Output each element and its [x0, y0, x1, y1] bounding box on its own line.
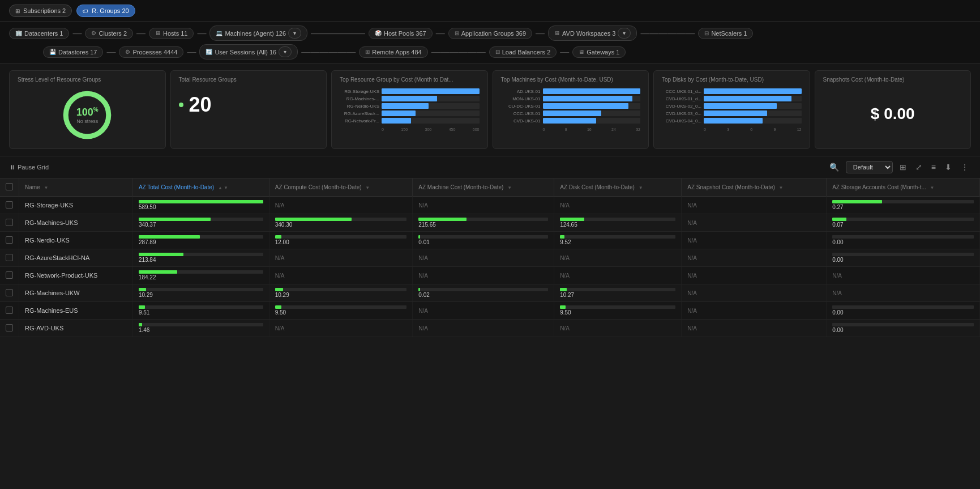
- bar-track: [418, 288, 548, 291]
- mini-bar-row: CU-DC-UKS-01: [501, 103, 641, 109]
- axis-label: 16: [587, 127, 592, 131]
- table-cell-value: 0.01: [413, 232, 554, 249]
- table-cell-na: N/A: [682, 284, 827, 302]
- mini-bar-fill: [704, 96, 791, 101]
- bar-in-cell: 1.46: [139, 323, 263, 333]
- row-checkbox[interactable]: [6, 289, 13, 296]
- select-all-checkbox[interactable]: [6, 183, 13, 190]
- row-checkbox[interactable]: [6, 254, 13, 261]
- bar-value-text: 0.00: [832, 327, 974, 333]
- th-compute-cost[interactable]: AZ Compute Cost (Month-to-Date) ▼: [269, 178, 413, 197]
- row-checkbox[interactable]: [6, 236, 13, 244]
- bar-in-cell: 213.84: [139, 253, 263, 263]
- row-checkbox[interactable]: [6, 324, 13, 331]
- th-disk-cost[interactable]: AZ Disk Cost (Month-to-Date) ▼: [554, 178, 682, 197]
- top-disks-axis: 036912: [662, 127, 802, 131]
- mini-bar-label: CVD-UKS-03_0...: [662, 111, 701, 116]
- bc-hosts[interactable]: 🖥 Hosts 11: [149, 28, 194, 39]
- mini-bar-track: [543, 88, 641, 94]
- snapshot-cost-card: Snapshots Cost (Month-to-Date) $ 0.00: [815, 70, 972, 149]
- usersessions-dropdown[interactable]: ▾: [279, 46, 292, 57]
- pause-grid-button[interactable]: ⏸ Pause Grid: [9, 164, 49, 171]
- table-cell-na: N/A: [413, 302, 554, 320]
- bc-usersessions[interactable]: 🔄 User Sessions (All) 16 ▾: [199, 44, 298, 59]
- rgroups-label: R. Groups 20: [92, 7, 129, 14]
- table-cell-na: N/A: [682, 320, 827, 337]
- download-button[interactable]: ⬇: [943, 161, 954, 173]
- bc-remoteapps[interactable]: ⊞ Remote Apps 484: [359, 46, 427, 58]
- machines-dropdown[interactable]: ▾: [288, 28, 301, 39]
- bar-fill: [275, 288, 283, 291]
- bar-in-cell: 9.50: [275, 305, 407, 316]
- mini-bar-row: MON-UKS-01: [501, 96, 641, 101]
- bc-appgroups[interactable]: ⊞ Application Groups 369: [448, 28, 532, 39]
- th-machine-cost[interactable]: AZ Machine Cost (Month-to-Date) ▼: [413, 178, 554, 197]
- bar-track: [139, 288, 263, 291]
- name-filter-icon: ▼: [44, 185, 48, 190]
- row-checkbox[interactable]: [6, 219, 13, 226]
- bc-processes[interactable]: ⚙ Processes 4444: [119, 46, 183, 58]
- view-select[interactable]: Default Custom Compact: [846, 161, 893, 173]
- bar-value-text: 213.84: [139, 257, 263, 263]
- row-checkbox[interactable]: [6, 271, 13, 279]
- bc-datastores[interactable]: 💾 Datastores 17: [43, 46, 103, 58]
- bc-machines[interactable]: 💻 Machines (Agent) 126 ▾: [209, 25, 307, 41]
- bc-clusters[interactable]: ⚙ Clusters 2: [85, 28, 133, 39]
- bc-datacenters[interactable]: 🏢 Datacenters 1: [9, 28, 69, 39]
- avd-dropdown[interactable]: ▾: [618, 28, 631, 39]
- th-name[interactable]: Name ▼: [19, 178, 133, 197]
- rgroups-pill[interactable]: 🏷 R. Groups 20: [76, 5, 135, 17]
- mini-bar-label: CU-DC-UKS-01: [501, 104, 541, 109]
- bar-value-text: 0.00: [832, 257, 974, 263]
- axis-label: 150: [401, 127, 408, 131]
- columns-button[interactable]: ⊞: [897, 161, 909, 173]
- th-total-cost[interactable]: AZ Total Cost (Month-to-Date) ▲ ▼: [132, 178, 269, 197]
- mini-bar-track: [382, 118, 480, 124]
- bc-avdworkspaces[interactable]: 🖥 AVD Workspaces 3 ▾: [548, 25, 637, 41]
- mini-bar-fill: [382, 88, 480, 94]
- bc-hostpools[interactable]: 🎲 Host Pools 367: [369, 28, 433, 39]
- pause-icon: ⏸: [9, 164, 15, 171]
- subscriptions-pill[interactable]: ⊞ Subscriptions 2: [9, 5, 72, 17]
- usersessions-icon: 🔄: [206, 49, 212, 55]
- bc-gateways[interactable]: 🖥 Gateways 1: [572, 46, 626, 58]
- row-checkbox[interactable]: [6, 201, 13, 209]
- bc-netscalers[interactable]: ⊟ NetScalers 1: [698, 28, 753, 39]
- mini-bar-track: [543, 103, 641, 109]
- th-snapshot-cost[interactable]: AZ Snapshot Cost (Month-to-Date) ▼: [682, 178, 827, 197]
- bar-value-text: 589.50: [139, 204, 263, 210]
- bar-track: [139, 270, 263, 274]
- mini-bar-track: [382, 110, 480, 116]
- mini-bar-row: CVD-UKS-02_0...: [662, 103, 802, 109]
- table-cell-value: 0.07: [827, 214, 980, 232]
- mini-bar-track: [543, 96, 641, 101]
- table-cell-value: 9.50: [269, 302, 413, 320]
- bc-usersessions-label: User Sessions (All) 16: [215, 49, 276, 56]
- more-button[interactable]: ⋮: [958, 161, 971, 173]
- row-checkbox[interactable]: [6, 307, 13, 314]
- bar-fill: [560, 235, 564, 239]
- table-row: RG-Machines-UKW 10.29 10.29 0.02 10.27: [0, 284, 980, 302]
- expand-button[interactable]: ⤢: [913, 161, 925, 173]
- row-name: RG-Machines-UKS: [19, 214, 133, 232]
- top-disks-title: Top Disks by Cost (Month-to-Date, USD): [662, 76, 802, 83]
- top-rg-axis: 0150300450600: [340, 127, 480, 131]
- connector8: —: [106, 47, 115, 57]
- compute-cost-filter-icon: ▼: [365, 185, 370, 190]
- bar-fill: [560, 218, 584, 221]
- list-button[interactable]: ≡: [929, 161, 938, 173]
- bc-loadbalancers[interactable]: ⊟ Load Balancers 2: [489, 46, 557, 58]
- mini-bar-fill: [382, 103, 429, 109]
- table-cell-na: N/A: [413, 249, 554, 267]
- bc-datastores-label: Datastores 17: [58, 49, 97, 56]
- gauge-container: 100% No stress: [18, 87, 157, 143]
- bar-fill: [832, 218, 846, 221]
- bar-fill: [560, 288, 567, 291]
- mini-bar-row: RG-Nerdio-UKS: [340, 103, 480, 109]
- table-cell-na: N/A: [827, 267, 980, 284]
- hosts-icon: 🖥: [155, 30, 161, 36]
- th-storage-cost[interactable]: AZ Storage Accounts Cost (Month-t... ▼: [827, 178, 980, 197]
- row-checkbox-cell: [0, 197, 19, 214]
- search-button[interactable]: 🔍: [827, 161, 841, 173]
- mini-bar-track: [543, 118, 641, 124]
